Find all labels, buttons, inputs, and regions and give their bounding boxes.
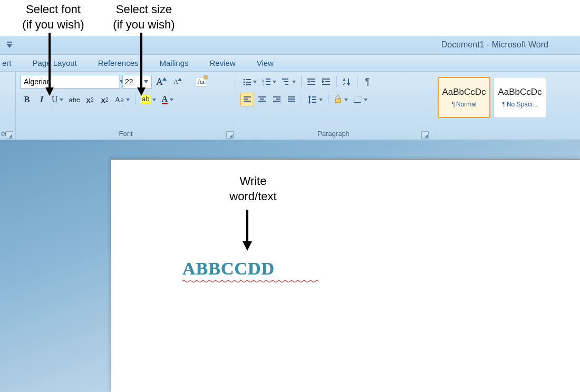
line-spacing-icon — [307, 95, 317, 104]
font-color-button[interactable]: A — [160, 93, 176, 106]
line-spacing-button[interactable] — [305, 93, 325, 106]
tab-view[interactable]: View — [246, 58, 284, 67]
decrease-indent-button[interactable] — [305, 75, 318, 89]
ribbon-tabs: ert Page Layout References Mailings Revi… — [0, 55, 580, 72]
svg-marker-63 — [308, 102, 311, 104]
subscript-button[interactable]: x2 — [83, 93, 97, 106]
svg-rect-56 — [276, 103, 281, 103]
borders-button[interactable] — [351, 93, 370, 106]
shading-button[interactable] — [332, 93, 350, 106]
font-group-label: Font — [16, 130, 236, 140]
align-left-button[interactable] — [240, 93, 254, 106]
decrease-indent-icon — [307, 78, 316, 85]
svg-text:3: 3 — [262, 83, 264, 85]
svg-rect-29 — [282, 79, 288, 80]
svg-rect-35 — [311, 81, 315, 82]
superscript-button[interactable]: x2 — [98, 93, 112, 106]
ribbon: er A — [0, 72, 580, 140]
svg-rect-46 — [244, 99, 248, 100]
svg-marker-73 — [243, 241, 252, 251]
justify-icon — [287, 96, 296, 103]
separator — [328, 94, 328, 105]
sort-icon: AZ — [343, 77, 351, 86]
font-name-combo[interactable] — [20, 75, 120, 89]
borders-icon — [353, 96, 362, 103]
svg-rect-58 — [288, 99, 295, 100]
separator — [135, 94, 136, 105]
multilevel-list-button[interactable] — [279, 75, 298, 89]
annotation-select-size: Select size (if you wish) — [104, 2, 183, 32]
svg-marker-21 — [253, 81, 257, 83]
svg-rect-64 — [312, 96, 316, 97]
svg-marker-14 — [170, 99, 173, 101]
svg-marker-5 — [7, 44, 12, 48]
svg-rect-57 — [288, 96, 295, 97]
svg-rect-51 — [258, 101, 266, 102]
show-marks-button[interactable]: ¶ — [361, 75, 374, 89]
align-center-button[interactable] — [255, 93, 269, 106]
svg-marker-9 — [178, 78, 182, 81]
svg-rect-48 — [244, 103, 248, 103]
bold-button[interactable]: B — [20, 93, 34, 106]
svg-rect-49 — [258, 96, 266, 97]
separator — [302, 94, 302, 105]
svg-rect-18 — [246, 82, 251, 83]
svg-rect-40 — [322, 84, 330, 85]
increase-indent-button[interactable] — [320, 75, 333, 89]
svg-marker-32 — [292, 81, 296, 83]
group-clipboard: er — [0, 72, 16, 140]
font-color-dropdown[interactable] — [169, 99, 174, 101]
shrink-font-button[interactable]: A — [171, 75, 185, 89]
svg-rect-66 — [312, 102, 316, 103]
svg-rect-60 — [288, 103, 295, 103]
annotation-select-font: Select font (if you wish) — [14, 2, 93, 32]
svg-rect-4 — [7, 42, 12, 43]
paragraph-dialog-launcher[interactable] — [421, 131, 429, 139]
svg-rect-10 — [204, 76, 207, 79]
spelling-squiggle — [182, 280, 320, 283]
svg-rect-33 — [307, 79, 315, 80]
bullets-icon — [243, 78, 251, 85]
qat-customize-icon[interactable] — [6, 41, 13, 48]
tab-insert[interactable]: ert — [0, 58, 22, 67]
svg-rect-71 — [354, 102, 361, 103]
change-case-button[interactable]: Aa — [113, 93, 132, 106]
change-case-dropdown[interactable] — [125, 99, 130, 101]
svg-rect-65 — [312, 99, 316, 100]
clipboard-dialog-launcher[interactable] — [6, 131, 13, 139]
bullets-button[interactable] — [240, 75, 259, 89]
style-normal[interactable]: AaBbCcDc ¶Normal — [438, 77, 490, 118]
separator — [189, 76, 189, 87]
svg-marker-8 — [162, 77, 167, 81]
svg-marker-72 — [364, 99, 368, 101]
svg-rect-59 — [288, 101, 295, 102]
tab-review[interactable]: Review — [199, 58, 246, 67]
clear-formatting-button[interactable]: Aa — [194, 75, 208, 89]
svg-marker-1 — [45, 87, 54, 96]
font-name-input[interactable] — [21, 77, 119, 86]
align-left-icon — [243, 96, 252, 103]
numbering-button[interactable]: 123 — [260, 75, 278, 89]
arrow-to-text — [239, 210, 255, 252]
grow-font-button[interactable]: A — [154, 75, 169, 89]
svg-marker-13 — [152, 99, 156, 101]
clipboard-label: er — [0, 130, 15, 140]
document-page[interactable]: ABBCCDD — [111, 159, 580, 392]
svg-rect-54 — [276, 99, 281, 100]
svg-marker-12 — [126, 99, 130, 101]
svg-rect-30 — [284, 81, 288, 82]
document-text[interactable]: ABBCCDD — [182, 259, 275, 279]
underline-dropdown[interactable] — [59, 99, 64, 101]
highlight-dropdown[interactable] — [152, 99, 157, 101]
justify-button[interactable] — [285, 93, 298, 106]
svg-marker-28 — [273, 81, 276, 83]
font-dialog-launcher[interactable] — [226, 131, 234, 139]
style-no-spacing[interactable]: AaBbCcDc ¶No Spaci... — [494, 77, 546, 118]
strikethrough-button[interactable]: abc — [67, 93, 82, 106]
svg-marker-69 — [344, 99, 348, 101]
separator — [336, 76, 337, 87]
svg-rect-25 — [266, 81, 270, 82]
tab-mailings[interactable]: Mailings — [149, 58, 199, 67]
sort-button[interactable]: AZ — [340, 75, 354, 89]
align-right-button[interactable] — [270, 93, 284, 106]
